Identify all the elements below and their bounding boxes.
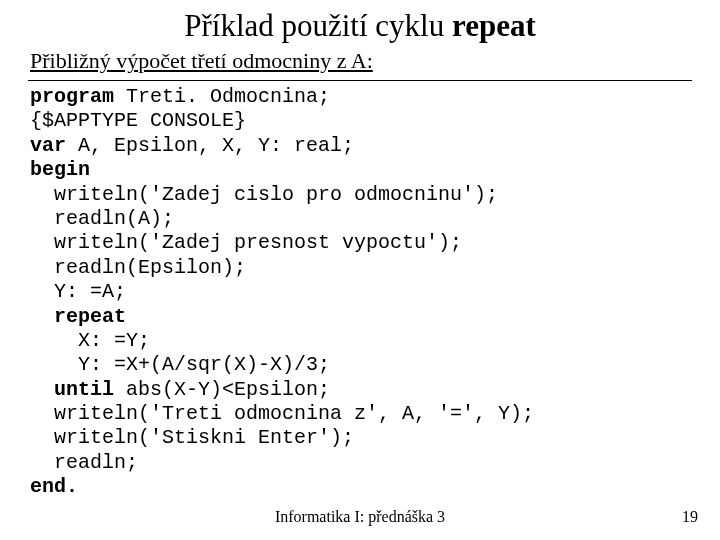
code-line: writeln('Stiskni Enter'); — [30, 426, 354, 449]
title-text: Příklad použití cyklu — [184, 8, 452, 43]
code-line: writeln('Zadej presnost vypoctu'); — [30, 231, 462, 254]
footer: Informatika I: přednáška 3 19 — [0, 508, 720, 526]
kw-until: until — [30, 378, 114, 401]
footer-text: Informatika I: přednáška 3 — [0, 508, 720, 526]
code-line: writeln('Treti odmocnina z', A, '=', Y); — [30, 402, 534, 425]
code-line: Y: =X+(A/sqr(X)-X)/3; — [30, 353, 330, 376]
kw-end: end. — [30, 475, 78, 498]
slide-title: Příklad použití cyklu repeat — [28, 8, 692, 44]
slide-number: 19 — [682, 508, 698, 526]
code-line: abs(X-Y)<Epsilon; — [114, 378, 330, 401]
code-line: readln; — [30, 451, 138, 474]
code-line: Y: =A; — [30, 280, 126, 303]
divider — [28, 80, 692, 81]
slide: Příklad použití cyklu repeat Přibližný v… — [0, 0, 720, 500]
code-line: Treti. Odmocnina; — [114, 85, 330, 108]
kw-program: program — [30, 85, 114, 108]
code-line: A, Epsilon, X, Y: real; — [66, 134, 354, 157]
code-line: {$APPTYPE CONSOLE} — [30, 109, 246, 132]
subtitle: Přibližný výpočet třetí odmocniny z A: — [30, 48, 692, 74]
code-line: readln(A); — [30, 207, 174, 230]
code-line: X: =Y; — [30, 329, 150, 352]
kw-begin: begin — [30, 158, 90, 181]
code-line: readln(Epsilon); — [30, 256, 246, 279]
kw-var: var — [30, 134, 66, 157]
kw-repeat: repeat — [30, 305, 126, 328]
code-line: writeln('Zadej cislo pro odmocninu'); — [30, 183, 498, 206]
title-keyword: repeat — [452, 8, 536, 43]
code-block: program Treti. Odmocnina; {$APPTYPE CONS… — [30, 85, 692, 500]
